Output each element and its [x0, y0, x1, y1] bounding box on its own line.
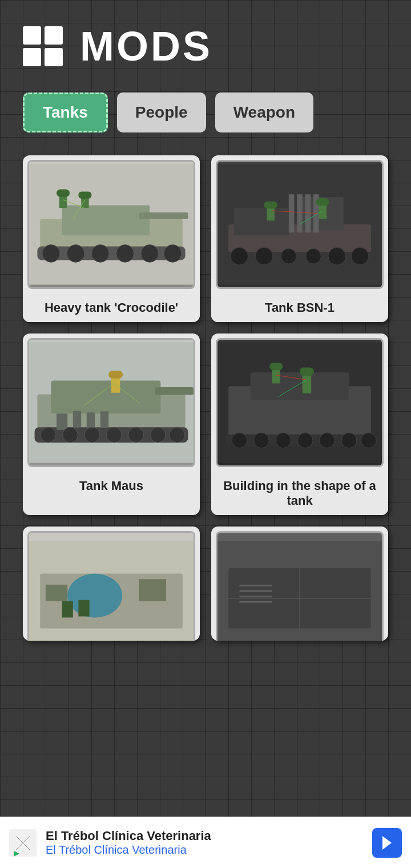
svg-point-31	[231, 247, 248, 265]
page-title: MODS	[80, 23, 212, 70]
mod-card-crocodile[interactable]: Heavy tank 'Crocodile'	[23, 155, 200, 322]
svg-rect-80	[78, 600, 89, 617]
mod-card-maus[interactable]: Tank Maus	[23, 333, 200, 515]
ad-subtitle: El Trébol Clínica Veterinaria	[46, 843, 363, 857]
svg-point-6	[91, 245, 109, 263]
svg-point-7	[116, 245, 134, 263]
tank-svg-crocodile	[29, 162, 194, 287]
svg-rect-39	[51, 381, 160, 414]
tank-svg-partial1	[29, 533, 194, 641]
svg-point-9	[164, 245, 182, 263]
svg-rect-77	[46, 585, 67, 601]
grid-icon-cell-4	[45, 48, 63, 66]
svg-rect-40	[155, 387, 194, 395]
tank-svg-bsn1	[217, 162, 382, 287]
grid-icon-cell-2	[45, 26, 63, 45]
svg-point-54	[128, 427, 144, 443]
svg-rect-28	[264, 202, 277, 208]
svg-rect-46	[87, 412, 95, 428]
svg-rect-26	[316, 198, 329, 206]
svg-point-36	[351, 247, 369, 265]
mod-card-inner-partial2	[216, 531, 384, 641]
svg-point-68	[253, 433, 269, 448]
svg-rect-22	[297, 194, 303, 232]
mod-image-building	[217, 340, 382, 465]
svg-rect-85	[239, 596, 272, 597]
header: MODS	[0, 0, 411, 81]
svg-point-69	[276, 433, 291, 448]
svg-rect-14	[78, 191, 91, 198]
tank-svg-partial2	[217, 533, 382, 641]
mod-image-partial1	[29, 533, 194, 641]
mod-card-inner-maus	[27, 338, 195, 467]
svg-rect-83	[239, 585, 272, 586]
ad-arrow-button[interactable]	[372, 828, 402, 858]
svg-point-70	[297, 433, 313, 448]
mod-card-inner	[27, 160, 195, 289]
mods-grid: Heavy tank 'Crocodile'	[0, 144, 411, 652]
svg-point-73	[361, 433, 377, 448]
mod-card-inner-building	[216, 338, 384, 467]
tab-people[interactable]: People	[117, 93, 206, 132]
mod-image-maus	[29, 340, 194, 465]
svg-point-67	[232, 433, 247, 448]
tab-weapon[interactable]: Weapon	[215, 93, 313, 132]
svg-point-53	[106, 427, 122, 443]
svg-rect-47	[100, 411, 108, 428]
tank-svg-building	[217, 340, 382, 465]
mod-card-partial1[interactable]	[23, 527, 200, 641]
ad-close-icon[interactable]	[9, 829, 37, 857]
mod-card-inner-bsn1	[216, 160, 384, 289]
svg-point-72	[341, 433, 357, 448]
svg-point-33	[281, 248, 296, 264]
svg-rect-63	[300, 368, 314, 376]
tab-tanks[interactable]: Tanks	[23, 93, 108, 132]
ad-title: El Trébol Clínica Veterinaria	[46, 829, 363, 843]
mod-card-partial2[interactable]	[211, 527, 388, 641]
ad-text-container: El Trébol Clínica Veterinaria El Trébol …	[46, 829, 363, 857]
grid-icon-cell-1	[23, 26, 41, 45]
mod-label-bsn1: Tank BSN-1	[211, 294, 388, 322]
svg-rect-45	[73, 411, 81, 427]
svg-marker-93	[382, 836, 392, 850]
svg-point-35	[328, 247, 346, 265]
tabs-container: Tanks People Weapon	[0, 81, 411, 144]
svg-point-52	[84, 427, 100, 443]
svg-rect-23	[305, 194, 311, 232]
svg-point-55	[150, 427, 166, 443]
mod-label-building: Building in the shape of a tank	[211, 472, 388, 515]
svg-point-51	[63, 427, 78, 443]
mod-label-maus: Tank Maus	[23, 472, 200, 500]
mod-card-bsn1[interactable]: Tank BSN-1	[211, 155, 388, 322]
tank-svg-maus	[29, 340, 194, 465]
mod-image-partial2	[217, 533, 382, 641]
grid-icon-cell-3	[23, 48, 41, 66]
mod-card-building[interactable]: Building in the shape of a tank	[211, 333, 388, 515]
svg-rect-86	[239, 601, 272, 603]
svg-rect-78	[139, 579, 166, 601]
svg-point-50	[41, 427, 56, 443]
mod-image-bsn1	[217, 162, 382, 287]
svg-point-5	[67, 245, 84, 263]
svg-point-56	[170, 427, 185, 443]
mod-image-crocodile	[29, 162, 194, 287]
svg-rect-2	[62, 205, 150, 235]
ad-banner[interactable]: El Trébol Clínica Veterinaria El Trébol …	[0, 817, 411, 868]
svg-point-32	[255, 247, 273, 265]
svg-rect-20	[234, 208, 289, 235]
bottom-padding	[0, 652, 411, 709]
svg-point-76	[67, 574, 122, 618]
mod-card-inner-partial1	[27, 531, 195, 641]
arrow-right-icon	[378, 834, 396, 852]
svg-rect-59	[251, 372, 349, 400]
svg-rect-61	[269, 363, 283, 370]
svg-rect-10	[139, 212, 188, 219]
grid-icon	[23, 26, 63, 66]
svg-rect-43	[108, 371, 123, 378]
svg-rect-12	[57, 190, 70, 197]
svg-point-34	[306, 248, 321, 264]
svg-rect-21	[289, 194, 295, 232]
svg-rect-79	[62, 601, 73, 618]
svg-point-4	[42, 245, 60, 263]
mod-label-crocodile: Heavy tank 'Crocodile'	[23, 294, 200, 322]
